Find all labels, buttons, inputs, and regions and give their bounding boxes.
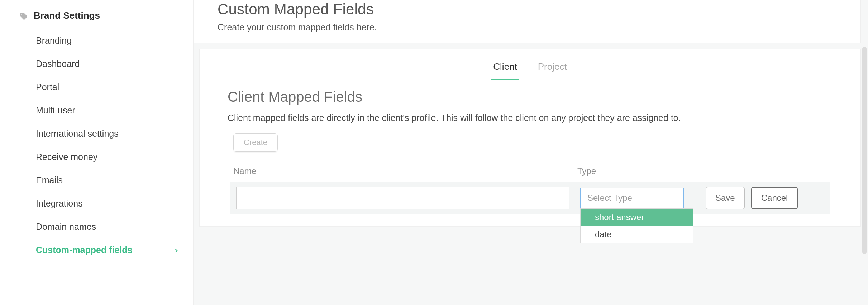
tabs: Client Project [200, 49, 860, 80]
sidebar-item-label: Emails [36, 175, 63, 185]
field-name-input[interactable] [236, 187, 569, 209]
sidebar-item-custom-mapped-fields[interactable]: Custom-mapped fields [36, 238, 193, 262]
sidebar-item-label: Portal [36, 82, 59, 92]
sidebar-items: Branding Dashboard Portal Multi-user Int… [0, 29, 193, 262]
sidebar-item-dashboard[interactable]: Dashboard [36, 52, 193, 76]
type-placeholder: Select Type [587, 193, 632, 203]
create-button[interactable]: Create [233, 133, 278, 152]
page-subtitle: Create your custom mapped fields here. [218, 22, 860, 33]
sidebar-item-portal[interactable]: Portal [36, 76, 193, 99]
sidebar-item-emails[interactable]: Emails [36, 169, 193, 192]
sidebar-item-domain-names[interactable]: Domain names [36, 215, 193, 238]
sidebar-item-branding[interactable]: Branding [36, 29, 193, 52]
panel: Client Project Client Mapped Fields Clie… [199, 49, 861, 227]
sidebar-item-label: Branding [36, 35, 72, 46]
tab-project[interactable]: Project [536, 59, 569, 80]
col-type: Type [577, 166, 685, 176]
sidebar-item-international-settings[interactable]: International settings [36, 122, 193, 145]
tab-label: Project [538, 61, 567, 72]
table-header: Name Type [228, 152, 833, 182]
cancel-button[interactable]: Cancel [751, 187, 798, 209]
scrollbar[interactable] [862, 47, 867, 254]
row-actions: Save Cancel [702, 187, 824, 209]
sidebar: Brand Settings Branding Dashboard Portal… [0, 0, 194, 305]
sidebar-section-title: Brand Settings [34, 10, 100, 21]
tab-client[interactable]: Client [491, 59, 519, 80]
sidebar-item-label: Integrations [36, 198, 83, 209]
sidebar-item-label: International settings [36, 129, 119, 139]
sidebar-item-label: Receive money [36, 152, 97, 162]
sidebar-item-label: Domain names [36, 222, 96, 232]
tag-icon [19, 12, 27, 20]
sidebar-item-label: Multi-user [36, 105, 75, 116]
option-label: date [595, 229, 612, 239]
create-button-label: Create [244, 138, 267, 147]
section-client-mapped-fields: Client Mapped Fields Client mapped field… [200, 80, 860, 214]
sidebar-item-integrations[interactable]: Integrations [36, 192, 193, 215]
save-button[interactable]: Save [706, 187, 745, 209]
col-name: Name [233, 166, 577, 176]
section-description: Client mapped fields are directly in the… [228, 113, 833, 123]
page-title: Custom Mapped Fields [218, 0, 860, 18]
field-type-select[interactable]: Select Type [580, 188, 684, 208]
option-label: short answer [595, 212, 644, 222]
type-dropdown: short answer date [580, 208, 693, 243]
main-content: Custom Mapped Fields Create your custom … [194, 0, 868, 305]
sidebar-item-multi-user[interactable]: Multi-user [36, 99, 193, 122]
sidebar-item-receive-money[interactable]: Receive money [36, 145, 193, 169]
tab-label: Client [493, 61, 517, 72]
sidebar-item-label: Dashboard [36, 59, 80, 69]
page-header: Custom Mapped Fields Create your custom … [194, 0, 861, 43]
field-row: Select Type short answer date Save Cance… [230, 182, 830, 214]
sidebar-item-label: Custom-mapped fields [36, 245, 132, 255]
chevron-right-icon [173, 247, 179, 253]
section-heading: Client Mapped Fields [228, 89, 833, 105]
type-option-date[interactable]: date [581, 226, 693, 243]
type-option-short-answer[interactable]: short answer [581, 209, 693, 226]
type-select-wrap: Select Type short answer date [580, 188, 702, 208]
cancel-button-label: Cancel [761, 193, 788, 203]
save-button-label: Save [715, 193, 735, 203]
sidebar-section-header: Brand Settings [0, 10, 193, 29]
